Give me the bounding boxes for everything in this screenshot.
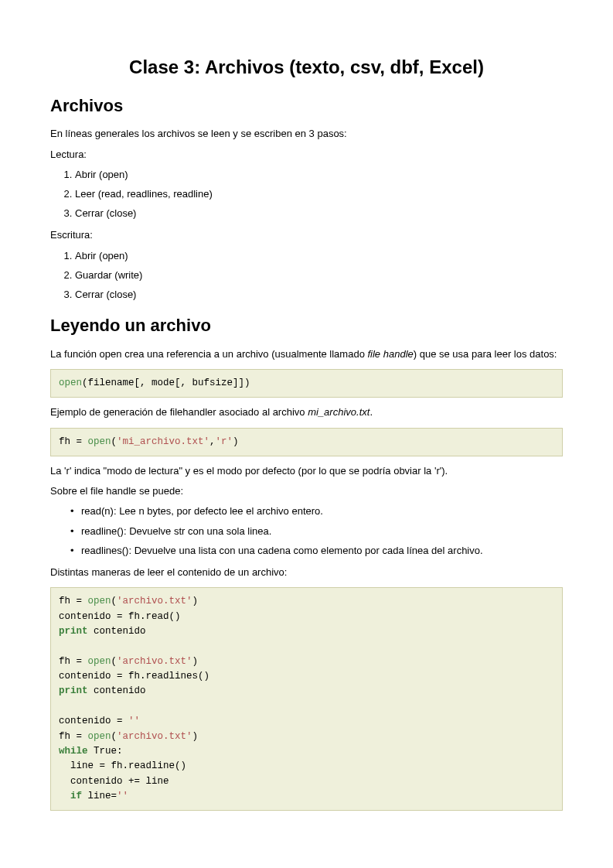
list-item: Abrir (open) <box>75 168 563 182</box>
section-heading-archivos: Archivos <box>50 94 563 118</box>
code-block-open-example: fh = open('mi_archivo.txt','r') <box>50 428 563 456</box>
methods-list: read(n): Lee n bytes, por defecto lee el… <box>50 504 563 558</box>
list-item: Cerrar (close) <box>75 288 563 302</box>
paragraph: La 'r' indica "modo de lectura" y es el … <box>50 464 563 478</box>
paragraph: En líneas generales los archivos se leen… <box>50 127 563 141</box>
lectura-label: Lectura: <box>50 148 563 162</box>
list-item: read(n): Lee n bytes, por defecto lee el… <box>81 504 563 518</box>
code-block-read-ways: fh = open('archivo.txt') contenido = fh.… <box>50 587 563 811</box>
paragraph: Sobre el file handle se puede: <box>50 484 563 498</box>
paragraph: La función open crea una referencia a un… <box>50 347 563 361</box>
list-item: Guardar (write) <box>75 268 563 282</box>
list-item: Leer (read, readlines, readline) <box>75 187 563 201</box>
list-item: readline(): Devuelve str con una sola li… <box>81 525 563 538</box>
paragraph: Distintas maneras de leer el contenido d… <box>50 566 563 579</box>
escritura-list: Abrir (open) Guardar (write) Cerrar (clo… <box>50 249 563 302</box>
lectura-list: Abrir (open) Leer (read, readlines, read… <box>50 168 563 221</box>
section-heading-leyendo: Leyendo un archivo <box>50 314 563 338</box>
list-item: readlines(): Devuelve una lista con una … <box>81 544 563 558</box>
list-item: Cerrar (close) <box>75 207 563 220</box>
page-title: Clase 3: Archivos (texto, csv, dbf, Exce… <box>50 54 563 80</box>
escritura-label: Escritura: <box>50 228 563 242</box>
paragraph: Ejemplo de generación de filehandler aso… <box>50 405 563 419</box>
code-block-open-signature: open(filename[, mode[, bufsize]]) <box>50 369 563 398</box>
list-item: Abrir (open) <box>75 249 563 263</box>
